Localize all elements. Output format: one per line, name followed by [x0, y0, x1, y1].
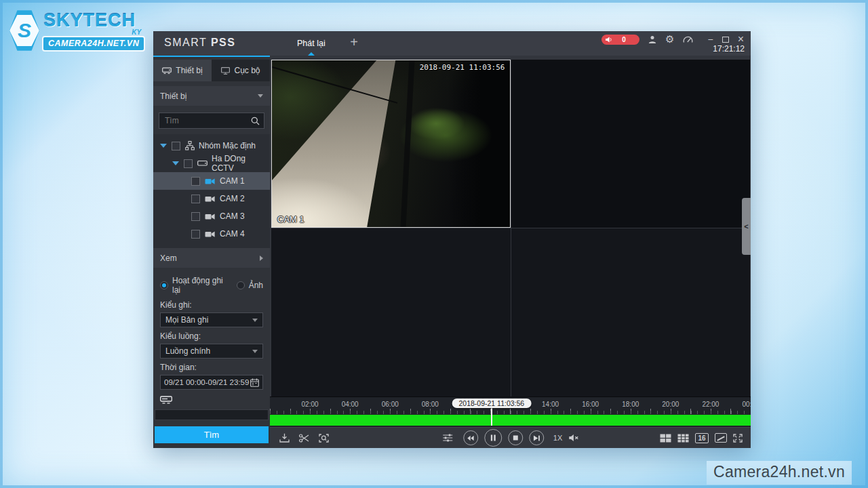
time-range-input[interactable] [164, 378, 250, 386]
stream-type-label: Kiểu luồng: [160, 331, 263, 341]
radio-record-activity-label: Hoạt động ghi lại [172, 276, 228, 295]
video-grid: 2018-09-21 11:03:56 CAM 1 < [270, 56, 751, 396]
sidebar-tab-local[interactable]: Cục bộ [212, 60, 270, 81]
tree-camera-row-1[interactable]: CAM 1 [153, 172, 270, 190]
camera-checkbox[interactable] [191, 230, 200, 239]
tree-camera-label: CAM 3 [220, 211, 245, 221]
calendar-icon[interactable] [250, 378, 259, 387]
download-button[interactable] [279, 433, 290, 443]
split-9-button[interactable] [677, 434, 689, 443]
tick-label: 14:00 [542, 401, 559, 408]
stop-button[interactable] [508, 430, 523, 445]
sidebar-tab-device[interactable]: Thiết bị [153, 60, 212, 81]
chevron-down-icon [252, 319, 258, 322]
new-tab-button[interactable]: + [346, 35, 362, 51]
expand-caret-icon[interactable] [160, 144, 167, 148]
device-section-header[interactable]: Thiết bị [153, 86, 270, 106]
playhead-line[interactable] [491, 407, 492, 426]
volume-mute-button[interactable] [568, 434, 578, 442]
user-icon[interactable] [648, 35, 656, 43]
rewind-button[interactable] [463, 430, 478, 445]
device-search-input[interactable] [159, 116, 251, 125]
clip-button[interactable] [299, 434, 309, 443]
split-16-button[interactable]: 16 [695, 433, 709, 443]
group-checkbox[interactable] [172, 142, 180, 150]
tree-camera-row-2[interactable]: CAM 2 [153, 190, 270, 207]
sidebar-tab-device-label: Thiết bị [176, 66, 202, 75]
fullscreen-button[interactable] [733, 434, 743, 443]
radio-record-activity[interactable] [160, 281, 168, 289]
pause-button[interactable] [484, 429, 502, 447]
device-tree: Nhóm Mặc định Ha DOng CCTV CAM 1 [153, 134, 270, 248]
video-pane-2[interactable] [511, 60, 751, 228]
maximize-button[interactable] [722, 34, 729, 45]
view-section-header[interactable]: Xem [153, 248, 270, 268]
camera-icon [205, 230, 216, 238]
next-frame-button[interactable] [529, 430, 544, 445]
radio-picture-label: Ảnh [249, 281, 263, 290]
hexagon-logo-icon: S [9, 9, 39, 52]
record-type-value: Mọi Bản ghi [165, 315, 208, 325]
camera-checkbox[interactable] [191, 195, 200, 203]
tick-label: 18:00 [622, 401, 639, 408]
video-pane-3[interactable] [271, 228, 511, 396]
split-4-button[interactable] [660, 434, 671, 443]
minimize-button[interactable]: − [707, 34, 713, 45]
stream-type-select[interactable]: Luồng chính [160, 344, 263, 359]
camera-checkbox[interactable] [191, 212, 200, 221]
footer-watermark: Camera24h.net.vn [707, 461, 852, 485]
record-type-select[interactable]: Mọi Bản ghi [160, 312, 263, 327]
camera-video-frame: 2018-09-21 11:03:56 CAM 1 [272, 60, 510, 227]
playback-speed-label: 1X [553, 434, 562, 442]
expand-caret-icon[interactable] [172, 161, 179, 165]
tree-camera-row-4[interactable]: CAM 4 [153, 225, 270, 243]
playback-content: 2018-09-21 11:03:56 CAM 1 < 02:0004:0006… [270, 56, 751, 448]
video-camera-name: CAM 1 [277, 214, 304, 224]
collapse-panel-handle[interactable]: < [742, 198, 751, 255]
chevron-right-icon [260, 256, 263, 261]
logo-suffix: KY [132, 28, 141, 36]
logo-monogram: S [18, 20, 31, 41]
scissors-icon [299, 434, 309, 443]
gear-icon[interactable]: ⚙ [665, 34, 674, 45]
titlebar-right: 0 ⚙ − × 17:21:12 [581, 31, 751, 56]
sidebar-tab-local-label: Cục bộ [234, 66, 260, 75]
tree-group-row[interactable]: Nhóm Mặc định [153, 137, 270, 155]
stream-config-button[interactable] [442, 434, 453, 442]
smartpss-window: SMART PSS Phát lại + 0 ⚙ − [153, 31, 751, 448]
stream-type-value: Luồng chính [165, 346, 210, 356]
camera-checkbox[interactable] [191, 177, 200, 186]
search-button[interactable]: Tìm [155, 426, 269, 443]
tree-camera-label: CAM 1 [220, 176, 245, 186]
alarm-count: 0 [612, 35, 635, 45]
video-osd-timestamp: 2018-09-21 11:03:56 [420, 63, 505, 72]
tree-device-row[interactable]: Ha DOng CCTV [153, 155, 270, 172]
stop-icon [513, 435, 518, 441]
camera-icon [205, 195, 216, 203]
smart-search-button[interactable] [319, 434, 329, 443]
sidebar: Thiết bị Cục bộ Thiết bị [153, 56, 270, 448]
alarm-mute-badge[interactable]: 0 [601, 35, 639, 45]
titlebar: SMART PSS Phát lại + 0 ⚙ − [153, 31, 751, 56]
app-title-bold: PSS [211, 37, 236, 48]
search-icon[interactable] [251, 117, 260, 125]
grid-9-icon [677, 434, 689, 443]
tick-label: 04:00 [342, 401, 359, 408]
tab-playback[interactable]: Phát lại [293, 31, 330, 56]
custom-split-button[interactable] [715, 433, 727, 443]
video-pane-1[interactable]: 2018-09-21 11:03:56 CAM 1 [271, 60, 511, 228]
gauge-icon[interactable] [683, 35, 693, 43]
radio-picture[interactable] [237, 281, 245, 289]
close-button[interactable]: × [738, 34, 744, 45]
sliders-icon [442, 434, 453, 442]
device-record-strip [155, 409, 269, 420]
chevron-left-icon: < [744, 222, 748, 230]
time-range-label: Thời gian: [160, 363, 263, 372]
record-bar[interactable] [270, 415, 751, 426]
chevron-down-icon [252, 350, 258, 353]
video-pane-4[interactable] [511, 228, 751, 396]
device-checkbox[interactable] [184, 159, 193, 168]
timeline[interactable]: 02:0004:0006:0008:0010:0012:0014:0016:00… [270, 396, 751, 427]
tree-camera-row-3[interactable]: CAM 3 [153, 207, 270, 225]
camera-icon [205, 213, 216, 220]
